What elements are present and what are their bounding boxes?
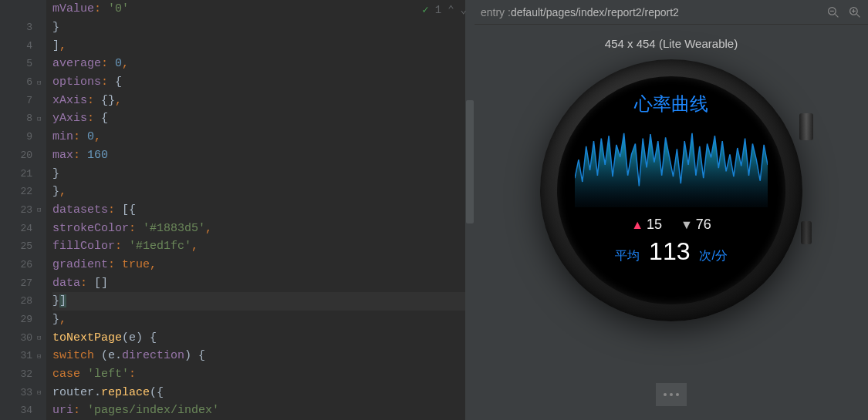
code-line[interactable]: min: 0, (52, 128, 475, 146)
avg-value: 113 (649, 237, 690, 266)
code-line[interactable]: yAxis: { (52, 109, 475, 128)
avg-unit: 次/分 (699, 248, 727, 264)
gutter-line-number[interactable]: 25 (0, 237, 46, 256)
zoom-out-icon[interactable] (826, 5, 840, 19)
gutter-line-number[interactable]: 32 (0, 365, 46, 384)
code-area[interactable]: mValue: '0' } ], average: 0, options: { … (46, 0, 475, 420)
triangle-up-icon: ▲ (631, 218, 643, 231)
code-line[interactable]: datasets: [{ (52, 201, 475, 220)
gutter-line-number[interactable]: 24 (0, 219, 46, 237)
gutter-line-number[interactable]: 22 (0, 183, 46, 201)
dot-icon (676, 393, 679, 396)
code-line[interactable]: } (52, 164, 475, 183)
gutter-line-number[interactable]: 34 (0, 402, 46, 420)
more-actions-button[interactable] (656, 383, 687, 406)
code-line[interactable]: router.replace({ (52, 383, 475, 402)
watch-chart (575, 123, 768, 207)
gutter-line-number[interactable]: 30⊟ (0, 328, 46, 347)
preview-top-bar: entry : default/pages/index/report2/repo… (475, 0, 868, 25)
watch-device: 心率曲线 ▲15 ▼76 平均 113 次/分 (532, 59, 810, 352)
next-issue-icon[interactable]: ⌄ (461, 3, 467, 16)
code-line[interactable]: fillColor: '#1ed1fc', (52, 237, 475, 256)
prev-issue-icon[interactable]: ⌃ (448, 3, 454, 16)
code-line[interactable]: gradient: true, (52, 256, 475, 274)
device-dimensions-label: 454 x 454 (Lite Wearable) (605, 37, 738, 50)
triangle-down-icon: ▼ (681, 218, 693, 231)
gutter-line-number[interactable]: 28 (0, 292, 46, 311)
watch-title: 心率曲线 (634, 92, 708, 116)
code-line[interactable]: options: { (52, 73, 475, 92)
preview-body: 454 x 454 (Lite Wearable) 心率曲线 ▲15 ▼76 平… (475, 25, 868, 420)
dot-icon (664, 393, 667, 396)
code-line[interactable]: ], (52, 36, 475, 55)
avg-label: 平均 (615, 248, 640, 264)
gutter-line-number[interactable] (0, 0, 46, 18)
preview-pane: entry : default/pages/index/report2/repo… (475, 0, 868, 420)
gutter-line-number[interactable]: 26 (0, 256, 46, 274)
gutter-line-number[interactable]: 21 (0, 164, 46, 183)
code-line[interactable]: toNextPage(e) { (52, 328, 475, 347)
gutter-line-number[interactable]: 27 (0, 274, 46, 292)
code-line[interactable]: strokeColor: '#1883d5', (52, 219, 475, 237)
gutter-line-number[interactable]: 5 (0, 55, 46, 73)
editor-gutter[interactable]: 3456⊟78⊟920212223⊟24252627282930⊟31⊟3233… (0, 0, 46, 420)
gutter-line-number[interactable]: 9 (0, 128, 46, 146)
code-line[interactable]: }] (52, 292, 475, 311)
code-line[interactable]: } (52, 18, 475, 37)
scrollbar-thumb[interactable] (466, 100, 474, 223)
code-line[interactable]: mValue: '0' (52, 0, 475, 18)
watch-low-stat: ▼76 (681, 217, 711, 233)
gutter-line-number[interactable]: 8⊟ (0, 109, 46, 128)
code-line[interactable]: }, (52, 183, 475, 201)
code-editor-pane[interactable]: ✓ 1 ⌃ ⌄ 3456⊟78⊟920212223⊟24252627282930… (0, 0, 475, 420)
watch-crown-top (799, 113, 813, 140)
entry-path: default/pages/index/report2/report2 (511, 6, 679, 18)
code-line[interactable]: uri: 'pages/index/index' (52, 402, 475, 420)
gutter-line-number[interactable]: 33⊟ (0, 383, 46, 402)
code-line[interactable]: }, (52, 311, 475, 329)
gutter-line-number[interactable]: 3 (0, 18, 46, 37)
gutter-line-number[interactable]: 23⊟ (0, 201, 46, 220)
dot-icon (670, 393, 673, 396)
code-line[interactable]: average: 0, (52, 55, 475, 73)
watch-crown-bottom (801, 221, 812, 244)
inspection-count: 1 (435, 4, 441, 16)
gutter-line-number[interactable]: 20 (0, 146, 46, 165)
code-line[interactable]: xAxis: {}, (52, 91, 475, 109)
editor-inspection-widget[interactable]: ✓ 1 ⌃ ⌄ (422, 3, 467, 16)
code-line[interactable]: case 'left': (52, 365, 475, 384)
svg-line-4 (856, 14, 860, 17)
gutter-line-number[interactable]: 4 (0, 36, 46, 55)
code-line[interactable]: switch (e.direction) { (52, 347, 475, 365)
watch-average-row: 平均 113 次/分 (615, 237, 728, 266)
gutter-line-number[interactable]: 6⊟ (0, 73, 46, 92)
code-line[interactable]: max: 160 (52, 146, 475, 165)
gutter-line-number[interactable]: 31⊟ (0, 347, 46, 365)
scrollbar-track[interactable] (465, 0, 475, 420)
svg-line-1 (835, 14, 838, 17)
watch-stats-row: ▲15 ▼76 (631, 217, 711, 233)
entry-label: entry : (481, 6, 511, 18)
watch-face[interactable]: 心率曲线 ▲15 ▼76 平均 113 次/分 (557, 76, 785, 304)
code-line[interactable]: data: [] (52, 274, 475, 292)
check-icon: ✓ (422, 3, 428, 16)
zoom-in-icon[interactable] (848, 5, 862, 19)
gutter-line-number[interactable]: 7 (0, 91, 46, 109)
watch-high-stat: ▲15 (631, 217, 662, 233)
gutter-line-number[interactable]: 29 (0, 311, 46, 329)
